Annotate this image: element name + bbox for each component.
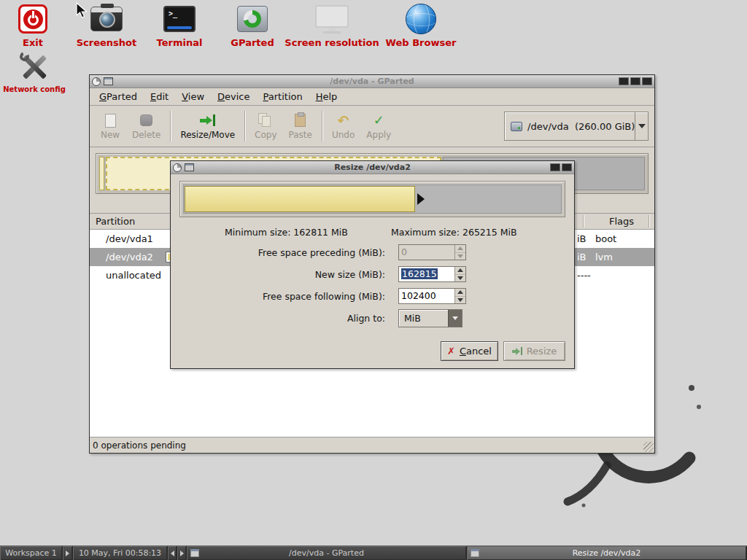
gparted-disk-icon	[235, 3, 270, 35]
right-arrow-icon	[180, 551, 184, 556]
resize-slider-partition[interactable]	[185, 186, 415, 212]
free-space-following-spinbox[interactable]: 102400	[398, 288, 466, 304]
taskbar-item-resize-dialog[interactable]: Resize /dev/vda2	[467, 546, 747, 560]
menu-partition[interactable]: Partition	[257, 89, 309, 104]
maximum-size-label: Maximum size: 265215 MiB	[391, 227, 517, 238]
device-selector-value: /dev/vda (260.00 GiB)	[527, 121, 635, 132]
desktop-icon-screenshot[interactable]: Screenshot	[73, 3, 140, 48]
dropdown-arrow-button[interactable]	[448, 310, 462, 327]
new-button[interactable]: New	[94, 109, 126, 144]
next-workspace-button[interactable]	[63, 546, 73, 560]
desktop-icon-label: Terminal	[157, 37, 203, 48]
desktop-icon-label: Screenshot	[77, 37, 137, 48]
column-divider	[583, 215, 584, 228]
up-arrow-icon	[457, 290, 463, 294]
desktop-icon-terminal[interactable]: >_ Terminal	[146, 3, 213, 48]
terminal-icon: >_	[162, 3, 197, 35]
status-bar: 0 operations pending	[90, 437, 654, 453]
toolbar-separator	[244, 111, 245, 141]
down-arrow-icon	[457, 254, 463, 258]
window-titlebar[interactable]: /dev/vda - GParted	[90, 75, 654, 88]
delete-button[interactable]: Delete	[126, 109, 166, 144]
status-text: 0 operations pending	[93, 440, 186, 451]
taskbar: Workspace 1 10 May, Fri 00:58:13 /dev/vd…	[0, 545, 747, 560]
window-icon	[190, 549, 199, 557]
partition-visual-vda1[interactable]	[99, 157, 104, 190]
clock: 10 May, Fri 00:58:13	[73, 546, 168, 560]
align-to-value: MiB	[399, 313, 448, 324]
free-space-preceding-label: Free space preceding (MiB):	[179, 247, 398, 258]
column-header-partition[interactable]: Partition	[96, 216, 135, 227]
resize-move-button[interactable]: Resize/Move	[174, 109, 241, 144]
close-button[interactable]	[642, 77, 652, 85]
spin-up-button[interactable]	[455, 267, 465, 275]
desktop-icon-label: GParted	[231, 37, 274, 48]
row-right-fragment: iB boot	[577, 233, 616, 244]
copy-button[interactable]: Copy	[249, 109, 282, 144]
down-arrow-icon	[457, 298, 463, 302]
free-space-preceding-spinbox[interactable]: 0	[398, 244, 466, 260]
window-menu-icon[interactable]	[173, 163, 182, 172]
workspace-indicator[interactable]: Workspace 1	[0, 546, 63, 560]
close-button[interactable]	[562, 163, 572, 171]
undo-icon: ↶	[338, 112, 349, 128]
taskbar-item-gparted[interactable]: /dev/vda - GParted	[187, 546, 467, 560]
resize-dialog: Resize /dev/vda2 Minimum size: 162811 Mi…	[170, 160, 575, 369]
desktop-icon-label: Screen resolution	[285, 37, 379, 48]
menu-gparted[interactable]: GParted	[93, 89, 144, 104]
desktop-icon-screen-resolution[interactable]: Screen resolution	[285, 3, 379, 48]
row-right-fragment: ----	[577, 270, 591, 281]
dialog-titlebar[interactable]: Resize /dev/vda2	[171, 161, 574, 174]
paste-button[interactable]: Paste	[283, 109, 318, 144]
prev-window-button[interactable]	[168, 546, 177, 560]
cancel-button[interactable]: ✗ Cancel	[441, 341, 498, 361]
new-size-label: New size (MiB):	[179, 269, 398, 280]
spin-down-button[interactable]	[455, 275, 465, 282]
down-arrow-icon	[457, 276, 463, 280]
menu-view[interactable]: View	[175, 89, 211, 104]
row-right-fragment: iB lvm	[577, 252, 613, 262]
undo-button[interactable]: ↶ Undo	[326, 109, 360, 144]
up-arrow-icon	[457, 246, 463, 250]
resize-arrow-icon	[200, 112, 215, 128]
new-size-spinbox[interactable]: 162815	[398, 266, 466, 282]
menu-edit[interactable]: Edit	[144, 89, 175, 104]
toolbar-separator	[170, 111, 171, 141]
spin-down-button[interactable]	[455, 297, 465, 304]
maximize-button[interactable]	[630, 77, 640, 85]
apply-button[interactable]: ✓ Apply	[360, 109, 397, 144]
window-menu-icon[interactable]	[92, 77, 101, 86]
spin-up-button[interactable]	[455, 245, 465, 253]
align-to-dropdown[interactable]: MiB	[398, 309, 462, 327]
resize-slider-handle[interactable]	[415, 186, 426, 212]
spin-up-button[interactable]	[455, 289, 465, 297]
dialog-body: Minimum size: 162811 MiB Maximum size: 2…	[171, 174, 574, 368]
apply-check-icon: ✓	[374, 112, 384, 128]
minimize-button[interactable]	[619, 77, 629, 85]
copy-icon	[258, 112, 273, 128]
maximize-button[interactable]	[550, 163, 560, 171]
next-window-button[interactable]	[177, 546, 187, 560]
resize-button[interactable]: Resize	[503, 341, 565, 361]
monitor-icon	[314, 3, 349, 35]
menu-device[interactable]: Device	[211, 89, 256, 104]
menu-help[interactable]: Help	[309, 89, 344, 104]
resize-grip[interactable]	[643, 442, 654, 452]
menubar: GParted Edit View Device Partition Help	[90, 88, 654, 106]
up-arrow-icon	[457, 268, 463, 272]
desktop-icon-network-config[interactable]: Network config	[1, 51, 67, 93]
tools-icon	[17, 51, 52, 83]
minimum-size-label: Minimum size: 162811 MiB	[225, 227, 348, 238]
spin-down-button[interactable]	[455, 253, 465, 260]
desktop-icon-exit[interactable]: Exit	[9, 3, 56, 48]
toolbar: New Delete Resize/Move Copy Paste ↶ Undo…	[90, 106, 654, 147]
chevron-down-icon	[452, 316, 458, 320]
desktop-icon-web-browser[interactable]: Web Browser	[381, 3, 461, 48]
column-header-flags[interactable]: Flags	[609, 216, 634, 227]
device-selector[interactable]: /dev/vda (260.00 GiB)	[504, 112, 649, 141]
device-selector-arrow[interactable]	[635, 112, 648, 140]
drive-icon	[511, 122, 522, 131]
resize-slider	[179, 181, 565, 217]
toolbar-separator	[322, 111, 322, 141]
desktop-icon-gparted[interactable]: GParted	[220, 3, 285, 48]
